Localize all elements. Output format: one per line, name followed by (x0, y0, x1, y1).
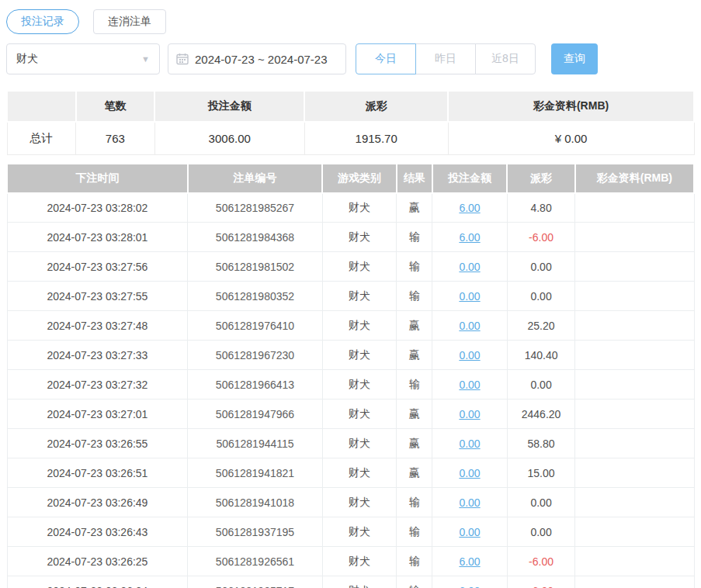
bet-amount-link[interactable]: 6.00 (459, 585, 480, 588)
col-header-bet-time: 下注时间 (7, 164, 188, 193)
summary-header-row: 笔数 投注金额 派彩 彩金资料(RMB) (7, 91, 694, 122)
bet-amount-link[interactable]: 6.00 (459, 231, 480, 244)
bet-amount-link[interactable]: 0.00 (459, 320, 480, 332)
cell-bet-amount: 0.00 (432, 429, 507, 458)
table-row: 2024-07-23 03:28:01 5061281984368 财犬 输 6… (7, 223, 694, 252)
bet-amount-link[interactable]: 0.00 (459, 438, 480, 450)
bet-amount-link[interactable]: 0.00 (459, 467, 480, 479)
cell-order-id: 5061281966413 (188, 370, 322, 399)
cell-result: 输 (397, 223, 432, 252)
cell-bonus (575, 458, 694, 488)
date-range-value: 2024-07-23 ~ 2024-07-23 (195, 53, 328, 66)
table-row: 2024-07-23 03:28:02 5061281985267 财犬 赢 6… (7, 193, 694, 223)
top-tabs: 投注记录 连消注单 (6, 9, 695, 34)
quick-filter-last8days[interactable]: 近8日 (475, 43, 536, 74)
cell-bet-amount: 6.00 (432, 223, 507, 252)
cell-result: 输 (397, 370, 432, 399)
table-row: 2024-07-23 03:26:43 5061281937195 财犬 输 0… (7, 517, 694, 547)
table-row: 2024-07-23 03:26:25 5061281926561 财犬 输 6… (7, 547, 694, 576)
cell-game-type: 财犬 (322, 399, 397, 429)
quick-filter-yesterday[interactable]: 昨日 (415, 43, 476, 74)
cell-bet-time: 2024-07-23 03:27:32 (7, 370, 188, 399)
cell-payout: 15.00 (507, 458, 575, 488)
col-header-result: 结果 (397, 164, 432, 193)
cell-game-type: 财犬 (322, 517, 397, 547)
bet-table-body: 2024-07-23 03:28:02 5061281985267 财犬 赢 6… (7, 193, 694, 588)
summary-header-empty (7, 91, 76, 122)
bet-amount-link[interactable]: 6.00 (459, 202, 480, 214)
cell-game-type: 财犬 (322, 223, 397, 252)
cell-order-id: 5061281976410 (188, 311, 322, 341)
tab-cancelled-orders[interactable]: 连消注单 (93, 9, 166, 34)
tab-bet-records[interactable]: 投注记录 (6, 9, 79, 34)
cell-bonus (575, 282, 694, 311)
summary-header-payout: 派彩 (304, 91, 448, 122)
cell-bet-amount: 0.00 (432, 399, 507, 429)
cell-result: 赢 (397, 399, 432, 429)
cell-bonus (575, 252, 694, 282)
cell-order-id: 5061281967230 (188, 341, 322, 370)
cell-order-id: 5061281926561 (188, 547, 322, 576)
table-row: 2024-07-23 03:26:24 5061281925717 财犬 输 6… (7, 576, 694, 588)
filter-bar: 财犬 ▼ 2024-07-23 ~ 2024-07-23 今日 昨日 近8日 查… (6, 43, 695, 74)
cell-result: 赢 (397, 341, 432, 370)
bet-amount-link[interactable]: 0.00 (459, 290, 480, 303)
cell-game-type: 财犬 (322, 429, 397, 458)
cell-result: 输 (397, 547, 432, 576)
summary-total-bet-amount: 3006.00 (154, 122, 304, 154)
cell-bet-time: 2024-07-23 03:27:48 (7, 311, 188, 341)
cell-bonus (575, 193, 694, 223)
cell-bet-time: 2024-07-23 03:26:49 (7, 488, 188, 517)
cell-result: 输 (397, 282, 432, 311)
calendar-icon (176, 53, 189, 65)
quick-date-buttons: 今日 昨日 近8日 (356, 43, 536, 74)
table-row: 2024-07-23 03:26:55 5061281944115 财犬 赢 0… (7, 429, 694, 458)
bet-amount-link[interactable]: 6.00 (459, 555, 480, 568)
cell-bonus (575, 488, 694, 517)
cell-payout: 2446.20 (507, 399, 575, 429)
date-range-picker[interactable]: 2024-07-23 ~ 2024-07-23 (168, 43, 346, 74)
cell-bet-time: 2024-07-23 03:26:43 (7, 517, 188, 547)
cell-bet-time: 2024-07-23 03:27:01 (7, 399, 188, 429)
bet-amount-link[interactable]: 0.00 (459, 379, 480, 391)
quick-filter-today[interactable]: 今日 (356, 43, 416, 74)
bet-amount-link[interactable]: 0.00 (459, 408, 480, 420)
cell-order-id: 5061281941018 (188, 488, 322, 517)
cell-bet-time: 2024-07-23 03:27:55 (7, 282, 188, 311)
game-select[interactable]: 财犬 ▼ (6, 43, 160, 74)
bet-amount-link[interactable]: 0.00 (459, 349, 480, 361)
page: 投注记录 连消注单 财犬 ▼ 2024-07-23 ~ 2024-07-23 (0, 0, 701, 588)
cell-bet-amount: 0.00 (432, 252, 507, 282)
cell-order-id: 5061281984368 (188, 223, 322, 252)
cell-bonus (575, 429, 694, 458)
summary-header-count: 笔数 (76, 91, 155, 122)
cell-order-id: 5061281944115 (188, 429, 322, 458)
cell-result: 赢 (397, 311, 432, 341)
cell-bet-amount: 6.00 (432, 193, 507, 223)
cell-game-type: 财犬 (322, 193, 397, 223)
cell-payout: -6.00 (507, 547, 575, 576)
cell-game-type: 财犬 (322, 252, 397, 282)
cell-bet-time: 2024-07-23 03:28:01 (7, 223, 188, 252)
cell-game-type: 财犬 (322, 282, 397, 311)
table-row: 2024-07-23 03:27:48 5061281976410 财犬 赢 0… (7, 311, 694, 341)
tab-cancelled-orders-label: 连消注单 (108, 15, 151, 29)
summary-total-label: 总计 (7, 122, 76, 154)
cell-result: 输 (397, 576, 432, 588)
cell-bet-amount: 6.00 (432, 547, 507, 576)
bet-amount-link[interactable]: 0.00 (459, 526, 480, 538)
cell-result: 赢 (397, 193, 432, 223)
query-button[interactable]: 查询 (551, 43, 598, 74)
cell-result: 输 (397, 517, 432, 547)
bet-amount-link[interactable]: 0.00 (459, 496, 480, 509)
bet-amount-link[interactable]: 0.00 (459, 261, 480, 273)
cell-bonus (575, 547, 694, 576)
cell-bet-amount: 0.00 (432, 282, 507, 311)
table-row: 2024-07-23 03:27:33 5061281967230 财犬 赢 0… (7, 341, 694, 370)
cell-result: 赢 (397, 429, 432, 458)
cell-bonus (575, 399, 694, 429)
cell-bet-time: 2024-07-23 03:27:56 (7, 252, 188, 282)
cell-payout: 25.20 (507, 311, 575, 341)
table-row: 2024-07-23 03:27:55 5061281980352 财犬 输 0… (7, 282, 694, 311)
summary-total-row: 总计 763 3006.00 1915.70 ¥ 0.00 (7, 122, 694, 154)
